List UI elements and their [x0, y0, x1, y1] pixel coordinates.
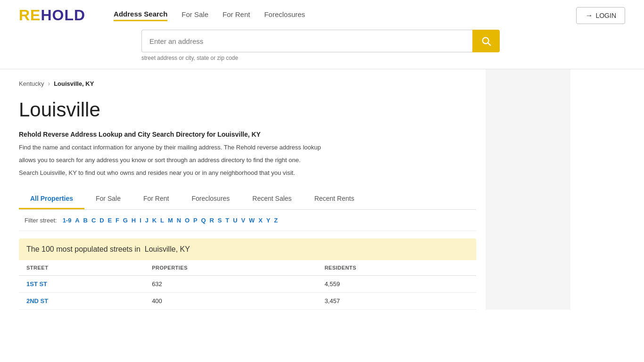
table-header-city: Louisville, KY: [145, 245, 190, 253]
logo-hold: HOLD: [41, 7, 85, 24]
filter-section: Filter street: 1-9 A B C D E F G H I J K…: [19, 210, 476, 231]
description-text-3: Search Louisville, KY to find out who ow…: [19, 168, 476, 178]
col-street: STREET: [19, 260, 144, 276]
residents-cell: 3,457: [317, 293, 476, 310]
tab-recent-sales[interactable]: Recent Sales: [241, 189, 303, 209]
search-input[interactable]: [141, 30, 472, 52]
main-nav: Address Search For Sale For Rent Foreclo…: [114, 10, 576, 21]
nav-for-sale[interactable]: For Sale: [182, 10, 208, 20]
filter-letter-b[interactable]: B: [83, 217, 89, 224]
street-link[interactable]: 2ND ST: [26, 297, 48, 304]
filter-letter-u[interactable]: U: [232, 217, 238, 224]
filter-letter-1-9[interactable]: 1-9: [62, 217, 73, 224]
filter-letter-m[interactable]: M: [167, 217, 174, 224]
filter-letter-x[interactable]: X: [257, 217, 264, 224]
properties-cell: 400: [144, 293, 317, 310]
table-header-bold: The 100 most populated streets in: [26, 245, 140, 253]
breadcrumb-separator: ›: [48, 80, 50, 87]
filter-letter-p[interactable]: P: [192, 217, 198, 224]
filter-letter-v[interactable]: V: [240, 217, 246, 224]
filter-letter-k[interactable]: K: [151, 217, 157, 224]
nav-for-rent[interactable]: For Rent: [223, 10, 250, 20]
login-icon: →: [585, 11, 593, 20]
nav-foreclosures[interactable]: Foreclosures: [264, 10, 305, 20]
content-area: Kentucky › Louisville, KY Louisville Reh…: [19, 69, 476, 310]
search-button[interactable]: [472, 30, 500, 52]
filter-letter-z[interactable]: Z: [273, 217, 279, 224]
breadcrumb-parent[interactable]: Kentucky: [19, 80, 44, 87]
search-section: street address or city, state or zip cod…: [141, 24, 625, 69]
table-row: 1ST ST 632 4,559: [19, 276, 476, 293]
filter-letter-w[interactable]: W: [248, 217, 256, 224]
street-cell: 2ND ST: [19, 293, 144, 310]
filter-letters-container: 1-9 A B C D E F G H I J K L M N O P Q R …: [62, 216, 279, 224]
table-row: 2ND ST 400 3,457: [19, 293, 476, 310]
main-content: Kentucky › Louisville, KY Louisville Reh…: [0, 69, 644, 310]
filter-letter-d[interactable]: D: [99, 217, 105, 224]
filter-label: Filter street:: [25, 217, 57, 224]
city-title: Louisville: [19, 99, 476, 121]
login-label: LOGIN: [595, 12, 616, 19]
filter-letter-r[interactable]: R: [209, 217, 215, 224]
login-button[interactable]: → LOGIN: [576, 7, 625, 24]
breadcrumb-current: Louisville, KY: [54, 80, 94, 87]
filter-letter-o[interactable]: O: [184, 217, 190, 224]
residents-cell: 4,559: [317, 276, 476, 293]
search-hint: street address or city, state or zip cod…: [141, 55, 625, 61]
filter-letter-c[interactable]: C: [91, 217, 97, 224]
streets-table: STREET PROPERTIES RESIDENTS 1ST ST 632 4…: [19, 260, 476, 310]
tab-recent-rents[interactable]: Recent Rents: [303, 189, 366, 209]
logo[interactable]: REHOLD: [19, 7, 85, 24]
col-properties: PROPERTIES: [144, 260, 317, 276]
tab-for-rent[interactable]: For Rent: [132, 189, 180, 209]
breadcrumb: Kentucky › Louisville, KY: [19, 69, 476, 93]
filter-letter-t[interactable]: T: [224, 217, 230, 224]
filter-letter-l[interactable]: L: [159, 217, 165, 224]
filter-letter-h[interactable]: H: [131, 217, 137, 224]
filter-letter-y[interactable]: Y: [265, 217, 272, 224]
description-text-1: Find the name and contact information fo…: [19, 143, 476, 153]
street-cell: 1ST ST: [19, 276, 144, 293]
tab-foreclosures[interactable]: Foreclosures: [180, 189, 241, 209]
search-icon: [481, 36, 491, 46]
filter-letter-g[interactable]: G: [122, 217, 129, 224]
properties-cell: 632: [144, 276, 317, 293]
svg-line-1: [488, 43, 490, 45]
table-body: 1ST ST 632 4,559 2ND ST 400 3,457: [19, 276, 476, 310]
filter-letter-a[interactable]: A: [74, 217, 80, 224]
header: REHOLD Address Search For Sale For Rent …: [0, 0, 644, 69]
sidebar-ad: [486, 69, 570, 310]
filter-letter-s[interactable]: S: [217, 217, 223, 224]
filter-letter-i[interactable]: I: [139, 217, 142, 224]
col-residents: RESIDENTS: [317, 260, 476, 276]
filter-letter-j[interactable]: J: [144, 217, 149, 224]
description-heading: Rehold Reverse Address Lookup and City S…: [19, 131, 476, 138]
logo-re: RE: [19, 7, 41, 24]
filter-letter-n[interactable]: N: [176, 217, 182, 224]
search-bar: [141, 30, 500, 52]
nav-address-search[interactable]: Address Search: [114, 10, 167, 21]
filter-letter-e[interactable]: E: [107, 217, 113, 224]
table-section: The 100 most populated streets in Louisv…: [19, 239, 476, 310]
table-header-box: The 100 most populated streets in Louisv…: [19, 239, 476, 260]
property-tabs: All Properties For Sale For Rent Foreclo…: [19, 189, 476, 210]
tab-all-properties[interactable]: All Properties: [19, 189, 84, 209]
street-link[interactable]: 1ST ST: [26, 280, 47, 288]
filter-letter-q[interactable]: Q: [200, 217, 207, 224]
description-text-2: allows you to search for any address you…: [19, 156, 476, 165]
filter-letter-f[interactable]: F: [115, 217, 120, 224]
tab-for-sale[interactable]: For Sale: [84, 189, 132, 209]
